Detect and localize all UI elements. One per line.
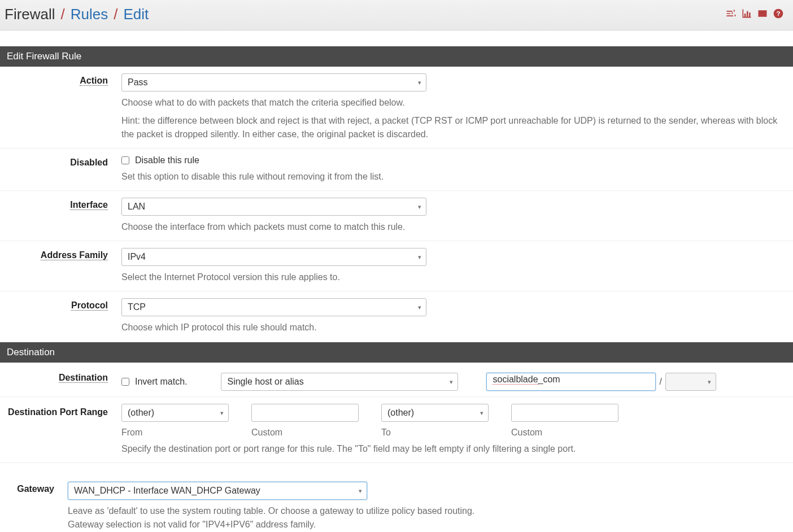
select-interface[interactable]: LAN <box>121 198 426 216</box>
row-address-family: Address Family IPv4 Select the Internet … <box>0 241 793 291</box>
checkbox-disable-label: Disable this rule <box>135 155 199 165</box>
row-protocol: Protocol TCP Choose which IP protocol th… <box>0 291 793 342</box>
help-protocol: Choose which IP protocol this rule shoul… <box>121 321 784 334</box>
select-destination-mask[interactable] <box>665 373 716 391</box>
breadcrumb-sep: / <box>61 6 65 23</box>
label-destination: Destination <box>59 373 108 383</box>
row-action: Action Pass Choose what to do with packe… <box>0 67 793 149</box>
help-address-family: Select the Internet Protocol version thi… <box>121 271 784 284</box>
help-action-1: Choose what to do with packets that matc… <box>121 96 784 110</box>
checkbox-invert-match[interactable] <box>121 378 129 386</box>
row-gateway: Gateway WAN_DHCP - Interface WAN_DHCP Ga… <box>0 478 793 532</box>
sublabel-to: To <box>381 428 489 438</box>
sliders-icon[interactable] <box>725 8 737 21</box>
select-protocol[interactable]: TCP <box>121 298 426 316</box>
help-icon[interactable]: ? <box>773 8 784 21</box>
invert-match-label: Invert match. <box>135 377 187 387</box>
select-address-family[interactable]: IPv4 <box>121 248 426 266</box>
label-interface: Interface <box>70 200 108 210</box>
select-port-from[interactable]: (other) <box>121 404 229 422</box>
breadcrumb: Firewall / Rules / Edit <box>5 6 149 23</box>
select-destination-type[interactable]: Single host or alias <box>221 373 458 391</box>
help-disabled: Set this option to disable this rule wit… <box>121 170 784 184</box>
breadcrumb-rules[interactable]: Rules <box>71 6 108 23</box>
log-icon[interactable] <box>757 8 768 21</box>
mask-slash: / <box>656 377 665 387</box>
panel-edit-rule-header: Edit Firewall Rule <box>0 46 793 67</box>
panel-destination-header: Destination <box>0 342 793 363</box>
input-port-from-custom[interactable] <box>251 404 359 422</box>
header-icons: ? <box>725 8 788 21</box>
select-port-to[interactable]: (other) <box>381 404 489 422</box>
checkbox-disable-rule[interactable] <box>121 156 129 164</box>
sublabel-from: From <box>121 428 229 438</box>
breadcrumb-bar: Firewall / Rules / Edit ? <box>0 0 793 30</box>
help-interface: Choose the interface from which packets … <box>121 220 784 234</box>
row-interface: Interface LAN Choose the interface from … <box>0 191 793 241</box>
label-action: Action <box>80 76 108 86</box>
chart-icon[interactable] <box>741 8 752 21</box>
row-destination: Destination Invert match. Single host or… <box>0 363 793 397</box>
help-dest-port: Specify the destination port or port ran… <box>121 442 784 456</box>
input-port-to-custom[interactable] <box>511 404 618 422</box>
breadcrumb-edit[interactable]: Edit <box>124 6 149 23</box>
breadcrumb-firewall[interactable]: Firewall <box>5 6 55 23</box>
label-protocol: Protocol <box>71 300 108 311</box>
svg-text:?: ? <box>776 10 780 17</box>
help-action-2: Hint: the difference between block and r… <box>121 114 784 141</box>
row-disabled: Disabled Disable this rule Set this opti… <box>0 149 793 191</box>
select-gateway[interactable]: WAN_DHCP - Interface WAN_DHCP Gateway <box>68 482 367 500</box>
input-destination-address[interactable]: socialblade_com <box>486 373 656 391</box>
help-gateway-2: Gateway selection is not valid for "IPV4… <box>68 518 784 531</box>
select-action[interactable]: Pass <box>121 73 426 91</box>
label-disabled: Disabled <box>70 158 108 167</box>
help-gateway-1: Leave as 'default' to use the system rou… <box>68 504 784 518</box>
label-address-family: Address Family <box>41 250 108 260</box>
label-gateway: Gateway <box>17 484 54 494</box>
sublabel-custom-from: Custom <box>251 428 359 438</box>
sublabel-custom-to: Custom <box>511 428 618 438</box>
label-dest-port-range: Destination Port Range <box>8 407 108 417</box>
breadcrumb-sep: / <box>114 6 117 23</box>
row-dest-port-range: Destination Port Range (other) From Cust… <box>0 397 793 463</box>
